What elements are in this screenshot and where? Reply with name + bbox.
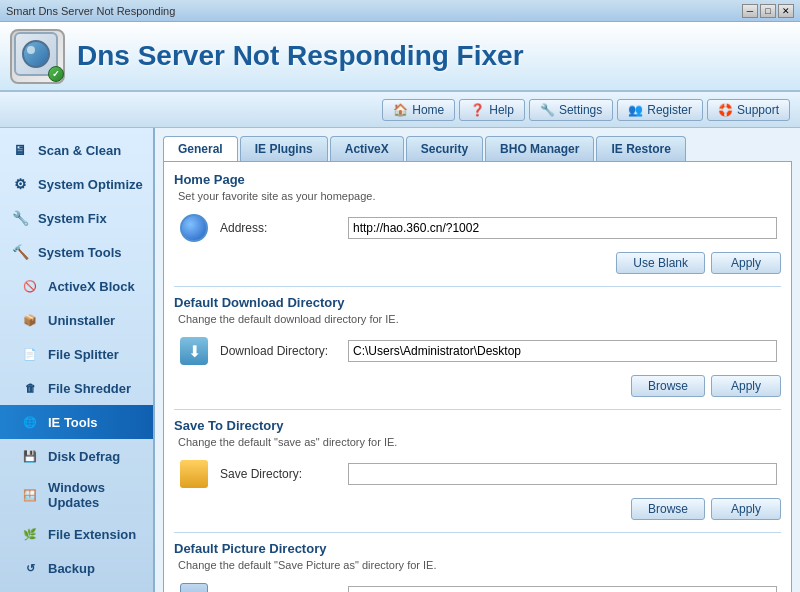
picture-dir-desc: Change the default "Save Picture as" dir… [174, 559, 781, 571]
fix-icon: 🔧 [10, 208, 30, 228]
address-label: Address: [220, 221, 340, 235]
backup-icon: ↺ [20, 558, 40, 578]
save-dir-btn-group: Browse Apply [174, 498, 781, 520]
download-dir-desc: Change the default download directory fo… [174, 313, 781, 325]
uninstall-icon: 📦 [20, 310, 40, 330]
save-dir-label: Save Directory: [220, 467, 340, 481]
download-dir-content: ⬇ Download Directory: [174, 331, 781, 371]
tab-bar: General IE Plugins ActiveX Security BHO … [163, 136, 792, 161]
sidebar-item-uninstaller[interactable]: 📦 Uninstaller [0, 303, 153, 337]
sidebar-item-activex-block[interactable]: 🚫 ActiveX Block [0, 269, 153, 303]
content-area: General IE Plugins ActiveX Security BHO … [155, 128, 800, 592]
save-dir-content: Save Directory: [174, 454, 781, 494]
shredder-icon: 🗑 [20, 378, 40, 398]
save-browse-button[interactable]: Browse [631, 498, 705, 520]
picture-dir-title: Default Picture Directory [174, 541, 781, 556]
app-logo: ✓ [10, 29, 65, 84]
tab-ie-plugins[interactable]: IE Plugins [240, 136, 328, 161]
close-button[interactable]: ✕ [778, 4, 794, 18]
sidebar: 🖥 Scan & Clean ⚙ System Optimize 🔧 Syste… [0, 128, 155, 592]
ie-tools-icon: 🌐 [20, 412, 40, 432]
sidebar-item-file-shredder[interactable]: 🗑 File Shredder [0, 371, 153, 405]
picture-field-row: Save Directory: [220, 586, 777, 592]
sidebar-item-system-optimize[interactable]: ⚙ System Optimize [0, 167, 153, 201]
globe-icon [180, 214, 208, 242]
content-panel: Home Page Set your favorite site as your… [163, 161, 792, 592]
tools-icon: 🔨 [10, 242, 30, 262]
tab-ie-restore[interactable]: IE Restore [596, 136, 685, 161]
app-header: ✓ Dns Server Not Responding Fixer [0, 22, 800, 92]
save-dir-section: Save To Directory Change the default "sa… [174, 418, 781, 520]
home-page-content: Address: [174, 208, 781, 248]
globe-section-icon [178, 212, 210, 244]
sidebar-item-scan-clean[interactable]: 🖥 Scan & Clean [0, 133, 153, 167]
tab-activex[interactable]: ActiveX [330, 136, 404, 161]
download-apply-button[interactable]: Apply [711, 375, 781, 397]
download-dir-input[interactable] [348, 340, 777, 362]
home-button[interactable]: 🏠 Home [382, 99, 455, 121]
tab-general[interactable]: General [163, 136, 238, 161]
main-layout: 🖥 Scan & Clean ⚙ System Optimize 🔧 Syste… [0, 128, 800, 592]
download-field-row: Download Directory: [220, 340, 777, 362]
save-dir-desc: Change the default "save as" directory f… [174, 436, 781, 448]
tab-bho-manager[interactable]: BHO Manager [485, 136, 594, 161]
extension-icon: 🌿 [20, 524, 40, 544]
download-browse-button[interactable]: Browse [631, 375, 705, 397]
address-input[interactable] [348, 217, 777, 239]
settings-button[interactable]: 🔧 Settings [529, 99, 613, 121]
picture-dir-input[interactable] [348, 586, 777, 592]
download-dir-label: Download Directory: [220, 344, 340, 358]
save-dir-title: Save To Directory [174, 418, 781, 433]
divider-1 [174, 286, 781, 287]
maximize-button[interactable]: □ [760, 4, 776, 18]
title-bar-controls: ─ □ ✕ [742, 4, 794, 18]
download-section-icon: ⬇ [178, 335, 210, 367]
sidebar-item-system-fix[interactable]: 🔧 System Fix [0, 201, 153, 235]
divider-3 [174, 532, 781, 533]
download-icon: ⬇ [180, 337, 208, 365]
download-dir-title: Default Download Directory [174, 295, 781, 310]
sidebar-item-system-tools[interactable]: 🔨 System Tools [0, 235, 153, 269]
sidebar-item-file-extension[interactable]: 🌿 File Extension [0, 517, 153, 551]
support-button[interactable]: 🛟 Support [707, 99, 790, 121]
home-page-btn-group: Use Blank Apply [174, 252, 781, 274]
use-blank-button[interactable]: Use Blank [616, 252, 705, 274]
register-button[interactable]: 👥 Register [617, 99, 703, 121]
download-dir-section: Default Download Directory Change the de… [174, 295, 781, 397]
picture-icon [180, 583, 208, 592]
help-button[interactable]: ❓ Help [459, 99, 525, 121]
splitter-icon: 📄 [20, 344, 40, 364]
title-bar: Smart Dns Server Not Responding ─ □ ✕ [0, 0, 800, 22]
home-page-section: Home Page Set your favorite site as your… [174, 172, 781, 274]
app-title: Dns Server Not Responding Fixer [77, 40, 524, 72]
title-bar-text: Smart Dns Server Not Responding [6, 5, 175, 17]
home-page-apply-button[interactable]: Apply [711, 252, 781, 274]
nav-toolbar: 🏠 Home ❓ Help 🔧 Settings 👥 Register 🛟 Su… [0, 92, 800, 128]
save-apply-button[interactable]: Apply [711, 498, 781, 520]
monitor-icon: 🖥 [10, 140, 30, 160]
optimize-icon: ⚙ [10, 174, 30, 194]
save-dir-input[interactable] [348, 463, 777, 485]
sidebar-item-windows-updates[interactable]: 🪟 Windows Updates [0, 473, 153, 517]
windows-icon: 🪟 [20, 485, 40, 505]
download-dir-btn-group: Browse Apply [174, 375, 781, 397]
picture-dir-content: Save Directory: [174, 577, 781, 592]
tab-security[interactable]: Security [406, 136, 483, 161]
minimize-button[interactable]: ─ [742, 4, 758, 18]
folder-icon [180, 460, 208, 488]
divider-2 [174, 409, 781, 410]
sidebar-item-file-splitter[interactable]: 📄 File Splitter [0, 337, 153, 371]
defrag-icon: 💾 [20, 446, 40, 466]
home-page-desc: Set your favorite site as your homepage. [174, 190, 781, 202]
home-page-title: Home Page [174, 172, 781, 187]
picture-section-icon [178, 581, 210, 592]
address-field-row: Address: [220, 217, 777, 239]
activex-icon: 🚫 [20, 276, 40, 296]
sidebar-item-backup[interactable]: ↺ Backup [0, 551, 153, 585]
picture-dir-section: Default Picture Directory Change the def… [174, 541, 781, 592]
save-field-row: Save Directory: [220, 463, 777, 485]
sidebar-item-disk-defrag[interactable]: 💾 Disk Defrag [0, 439, 153, 473]
sidebar-item-ie-tools[interactable]: 🌐 IE Tools [0, 405, 153, 439]
folder-section-icon [178, 458, 210, 490]
